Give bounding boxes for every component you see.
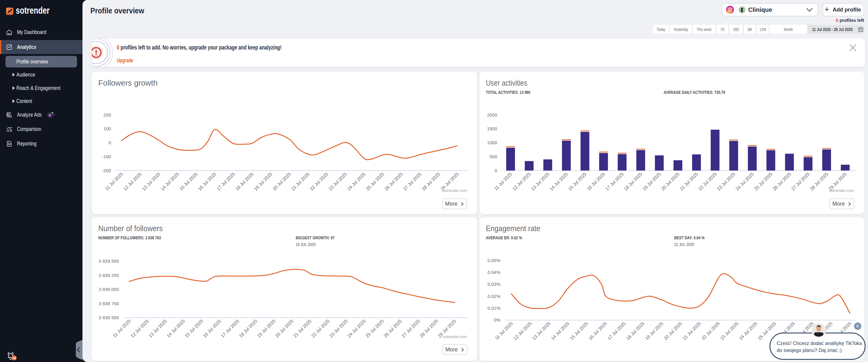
svg-text:3 839 500: 3 839 500 (99, 258, 119, 263)
svg-text:13 Jul 2025: 13 Jul 2025 (141, 171, 161, 192)
svg-text:23 Jul 2025: 23 Jul 2025 (716, 171, 736, 192)
svg-text:11 Jul 2025: 11 Jul 2025 (104, 171, 124, 191)
svg-text:21 Jul 2025: 21 Jul 2025 (679, 171, 699, 192)
svg-text:22 Jul 2025: 22 Jul 2025 (310, 318, 331, 339)
svg-text:17 Jul 2025: 17 Jul 2025 (604, 171, 625, 192)
svg-text:sotrender.com: sotrender.com (829, 188, 854, 193)
svg-text:22 Jul 2025: 22 Jul 2025 (309, 171, 329, 192)
svg-text:25 Jul 2025: 25 Jul 2025 (753, 171, 773, 192)
svg-text:14 Jul 2025: 14 Jul 2025 (549, 171, 569, 192)
svg-text:15 Jul 2025: 15 Jul 2025 (178, 171, 199, 192)
svg-text:22 Jul 2025: 22 Jul 2025 (700, 321, 721, 341)
svg-text:27 Jul 2025: 27 Jul 2025 (402, 171, 423, 192)
svg-text:3 839 000: 3 839 000 (99, 287, 119, 292)
svg-text:26 Jul 2025: 26 Jul 2025 (382, 318, 403, 339)
svg-text:18 Jul 2025: 18 Jul 2025 (625, 321, 645, 341)
svg-text:16 Jul 2025: 16 Jul 2025 (202, 318, 222, 339)
svg-text:27 Jul 2025: 27 Jul 2025 (401, 318, 421, 339)
svg-text:100: 100 (103, 126, 111, 131)
svg-text:19 Jul 2025: 19 Jul 2025 (253, 171, 273, 192)
svg-text:sotrender.com: sotrender.com (442, 188, 467, 193)
svg-text:12 Jul 2025: 12 Jul 2025 (122, 171, 143, 192)
svg-text:-100: -100 (102, 154, 111, 159)
svg-text:12 Jul 2025: 12 Jul 2025 (129, 318, 150, 339)
svg-text:15 Jul 2025: 15 Jul 2025 (567, 171, 587, 192)
svg-text:3 838 500: 3 838 500 (99, 315, 119, 320)
svg-text:18 Jul 2025: 18 Jul 2025 (623, 171, 643, 192)
svg-text:12 Jul 2025: 12 Jul 2025 (512, 321, 533, 341)
svg-text:26 Jul 2025: 26 Jul 2025 (772, 171, 792, 192)
svg-text:13 Jul 2025: 13 Jul 2025 (530, 171, 550, 192)
svg-text:20 Jul 2025: 20 Jul 2025 (663, 321, 683, 341)
svg-text:sotrender.com: sotrender.com (442, 334, 467, 339)
svg-text:25 Jul 2025: 25 Jul 2025 (365, 318, 385, 339)
svg-text:13 Jul 2025: 13 Jul 2025 (147, 318, 168, 339)
svg-text:-200: -200 (102, 168, 111, 173)
svg-text:24 Jul 2025: 24 Jul 2025 (735, 171, 755, 192)
svg-text:11 Jul 2025: 11 Jul 2025 (493, 171, 513, 191)
svg-text:0.02%: 0.02% (487, 294, 500, 299)
svg-text:21 Jul 2025: 21 Jul 2025 (292, 318, 312, 339)
svg-text:20 Jul 2025: 20 Jul 2025 (274, 318, 294, 339)
svg-text:24 Jul 2025: 24 Jul 2025 (346, 171, 366, 192)
svg-text:0.03%: 0.03% (487, 281, 500, 287)
svg-text:20 Jul 2025: 20 Jul 2025 (660, 171, 680, 192)
svg-text:11 Jul 2025: 11 Jul 2025 (112, 318, 132, 338)
svg-text:1500: 1500 (487, 126, 497, 131)
svg-text:2000: 2000 (487, 112, 497, 117)
svg-text:500: 500 (490, 154, 497, 159)
svg-text:1000: 1000 (487, 140, 497, 145)
svg-text:25 Jul 2025: 25 Jul 2025 (365, 171, 385, 192)
svg-text:26 Jul 2025: 26 Jul 2025 (383, 171, 404, 192)
svg-text:20 Jul 2025: 20 Jul 2025 (272, 171, 292, 192)
svg-text:18 Jul 2025: 18 Jul 2025 (234, 171, 254, 192)
svg-text:11 Jul 2025: 11 Jul 2025 (494, 321, 514, 341)
svg-text:23 Jul 2025: 23 Jul 2025 (328, 171, 348, 192)
svg-text:3 839 250: 3 839 250 (99, 273, 119, 278)
svg-text:0: 0 (108, 140, 111, 145)
svg-text:13 Jul 2025: 13 Jul 2025 (531, 321, 551, 341)
svg-text:19 Jul 2025: 19 Jul 2025 (256, 318, 276, 339)
svg-text:24 Jul 2025: 24 Jul 2025 (738, 321, 758, 341)
svg-text:19 Jul 2025: 19 Jul 2025 (644, 321, 664, 341)
svg-text:14 Jul 2025: 14 Jul 2025 (159, 171, 180, 192)
svg-text:17 Jul 2025: 17 Jul 2025 (216, 171, 236, 192)
svg-text:21 Jul 2025: 21 Jul 2025 (681, 321, 702, 341)
svg-text:18 Jul 2025: 18 Jul 2025 (238, 318, 258, 339)
svg-text:15 Jul 2025: 15 Jul 2025 (184, 318, 204, 339)
svg-text:3 838 750: 3 838 750 (99, 301, 119, 306)
svg-text:24 Jul 2025: 24 Jul 2025 (346, 318, 367, 339)
svg-text:15 Jul 2025: 15 Jul 2025 (569, 321, 589, 341)
svg-text:28 Jul 2025: 28 Jul 2025 (421, 171, 441, 192)
svg-text:0.01%: 0.01% (487, 306, 500, 311)
svg-text:0: 0 (495, 168, 497, 173)
svg-text:17 Jul 2025: 17 Jul 2025 (220, 318, 240, 339)
svg-text:28 Jul 2025: 28 Jul 2025 (418, 318, 439, 339)
svg-text:14 Jul 2025: 14 Jul 2025 (550, 321, 570, 341)
svg-text:21 Jul 2025: 21 Jul 2025 (290, 171, 311, 192)
svg-text:200: 200 (103, 112, 111, 117)
svg-text:14 Jul 2025: 14 Jul 2025 (165, 318, 186, 339)
svg-text:12 Jul 2025: 12 Jul 2025 (512, 171, 532, 192)
svg-text:16 Jul 2025: 16 Jul 2025 (197, 171, 217, 192)
svg-text:23 Jul 2025: 23 Jul 2025 (719, 321, 739, 341)
svg-text:16 Jul 2025: 16 Jul 2025 (586, 171, 606, 192)
svg-text:16 Jul 2025: 16 Jul 2025 (587, 321, 608, 341)
svg-text:28 Jul 2025: 28 Jul 2025 (809, 171, 829, 192)
svg-text:22 Jul 2025: 22 Jul 2025 (697, 171, 718, 192)
svg-text:19 Jul 2025: 19 Jul 2025 (642, 171, 662, 192)
svg-text:27 Jul 2025: 27 Jul 2025 (790, 171, 811, 192)
svg-text:0%: 0% (494, 317, 500, 323)
svg-text:0.04%: 0.04% (487, 270, 500, 275)
svg-text:0.05%: 0.05% (487, 258, 500, 263)
svg-text:17 Jul 2025: 17 Jul 2025 (606, 321, 627, 341)
svg-text:23 Jul 2025: 23 Jul 2025 (328, 318, 348, 339)
